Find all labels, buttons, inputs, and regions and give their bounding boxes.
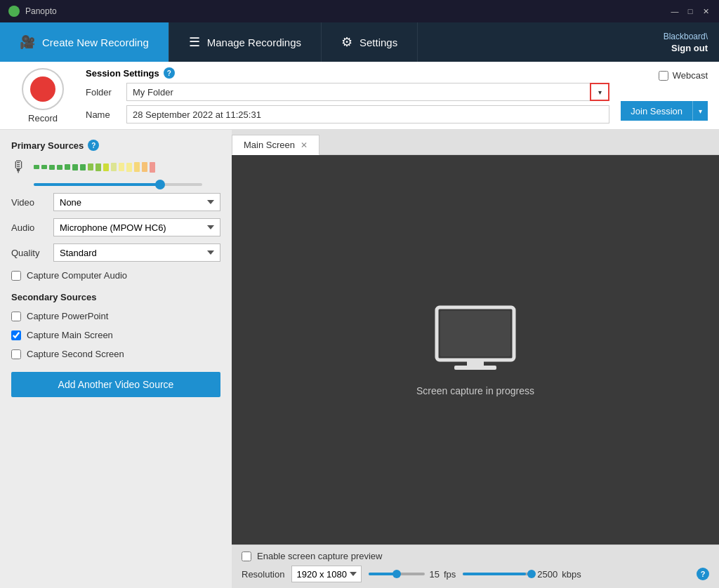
session-bar: Name Record Session Settings ? Folder ▾ … — [0, 62, 719, 130]
app-title: Panopto — [25, 6, 57, 16]
record-text: Record — [28, 113, 58, 123]
kbps-value: 2500 — [537, 569, 558, 580]
minimize-button[interactable]: — — [670, 6, 680, 16]
resolution-help-icon[interactable]: ? — [697, 568, 709, 580]
maximize-button[interactable]: □ — [685, 6, 695, 16]
kbps-slider-fill — [463, 573, 526, 575]
audio-meter — [34, 161, 155, 173]
session-info-icon[interactable]: ? — [164, 67, 175, 79]
folder-label: Folder — [86, 87, 119, 98]
folder-input-wrap: ▾ — [126, 83, 609, 101]
window-controls: — □ ✕ — [670, 6, 711, 16]
preview-footer: Enable screen capture preview Resolution… — [232, 544, 719, 588]
meter-bar-11 — [119, 163, 124, 171]
folder-dropdown-button[interactable]: ▾ — [590, 83, 609, 101]
volume-slider-fill — [34, 183, 160, 186]
sign-out-link[interactable]: Sign out — [671, 43, 708, 53]
resolution-row: Resolution 1920 x 1080 15 fps — [242, 566, 709, 582]
panopto-logo — [8, 6, 20, 17]
main-screen-tab[interactable]: Main Screen ✕ — [232, 135, 319, 155]
join-session-label: Join Session — [621, 101, 693, 121]
record-area: Name Record — [11, 67, 74, 123]
video-select-row: Video None — [11, 193, 220, 211]
resolution-select[interactable]: 1920 x 1080 — [291, 566, 362, 582]
capture-second-screen-label: Capture Second Screen — [27, 349, 124, 359]
nav-create-recording-label: Create New Recording — [42, 36, 149, 48]
fps-slider-thumb[interactable] — [393, 570, 401, 578]
meter-bar-5 — [72, 164, 78, 171]
folder-row: Folder ▾ — [86, 83, 609, 101]
username: Blackboard\ — [664, 32, 708, 41]
join-session-button[interactable]: Join Session ▾ — [621, 101, 708, 121]
meter-bar-8 — [95, 163, 101, 171]
mic-row: 🎙 — [11, 158, 220, 176]
session-fields: Session Settings ? Folder ▾ Name — [86, 67, 609, 123]
capture-second-screen-checkbox[interactable] — [11, 349, 21, 359]
kbps-slider-wrap: 2500 kbps — [463, 569, 581, 580]
quality-label: Quality — [11, 248, 48, 258]
main-screen-tab-close[interactable]: ✕ — [301, 141, 308, 149]
primary-sources-label: Primary Sources — [11, 140, 84, 151]
capture-main-screen-checkbox[interactable] — [11, 330, 21, 340]
record-button[interactable] — [22, 68, 64, 110]
enable-preview-checkbox[interactable] — [242, 552, 251, 561]
webcast-checkbox[interactable] — [659, 71, 668, 81]
screen-capture-text: Screen capture in progress — [416, 385, 534, 396]
primary-sources-info-icon[interactable]: ? — [88, 140, 99, 151]
volume-slider-thumb[interactable] — [155, 180, 165, 189]
meter-bar-2 — [49, 165, 55, 170]
capture-computer-audio-checkbox[interactable] — [11, 271, 21, 281]
folder-input[interactable] — [126, 83, 590, 101]
secondary-sources-title: Secondary Sources — [11, 292, 220, 302]
title-bar: Panopto — □ ✕ — [0, 0, 719, 22]
webcast-label: Webcast — [673, 70, 708, 81]
audio-select-row: Audio Microphone (MPOW HC6) — [11, 218, 220, 236]
add-video-source-button[interactable]: Add Another Video Source — [11, 372, 220, 397]
quality-select-row: Quality Standard — [11, 243, 220, 262]
preview-area: Screen capture in progress — [232, 155, 719, 544]
svg-rect-3 — [454, 366, 496, 370]
meter-bar-6 — [80, 164, 86, 171]
audio-select[interactable]: Microphone (MPOW HC6) — [53, 218, 220, 236]
webcast-row: Webcast — [659, 70, 708, 81]
meter-bar-13 — [134, 162, 140, 172]
meter-bar-7 — [88, 163, 93, 171]
user-info: Blackboard\ Sign out — [664, 22, 719, 62]
kbps-slider-track[interactable] — [463, 573, 533, 575]
nav-bar: 🎥 Create New Recording ☰ Manage Recordin… — [0, 22, 719, 62]
main-content: Name Record Session Settings ? Folder ▾ … — [0, 62, 719, 588]
svg-rect-1 — [440, 311, 510, 356]
kbps-slider-thumb[interactable] — [527, 570, 536, 578]
capture-powerpoint-row: Capture PowerPoint — [11, 311, 220, 321]
resolution-label: Resolution — [242, 569, 284, 580]
fps-slider-track[interactable] — [369, 573, 425, 575]
capture-computer-audio-row: Capture Computer Audio — [11, 270, 220, 281]
capture-powerpoint-checkbox[interactable] — [11, 312, 21, 321]
meter-bar-12 — [126, 163, 132, 172]
microphone-icon: 🎙 — [11, 158, 27, 176]
name-label: Name — [86, 109, 119, 120]
nav-create-recording[interactable]: 🎥 Create New Recording — [0, 22, 169, 62]
nav-manage-recordings[interactable]: ☰ Manage Recordings — [169, 22, 322, 62]
volume-slider-row — [34, 183, 220, 186]
audio-label: Audio — [11, 222, 48, 233]
capture-computer-audio-label: Capture Computer Audio — [27, 270, 127, 281]
create-recording-icon: 🎥 — [20, 34, 35, 50]
join-session-arrow-icon[interactable]: ▾ — [693, 101, 708, 121]
meter-bar-4 — [65, 164, 70, 170]
nav-settings[interactable]: ⚙ Settings — [322, 22, 418, 62]
quality-select[interactable]: Standard — [53, 243, 220, 262]
video-label: Video — [11, 197, 48, 208]
fps-value: 15 — [429, 569, 439, 580]
session-name-input[interactable] — [126, 105, 609, 123]
meter-bar-14 — [142, 162, 147, 172]
close-button[interactable]: ✕ — [701, 6, 711, 16]
session-settings-title: Session Settings ? — [86, 67, 609, 79]
video-select[interactable]: None — [53, 193, 220, 211]
volume-slider-track[interactable] — [34, 183, 202, 186]
main-screen-tab-label: Main Screen — [244, 140, 295, 150]
capture-main-screen-label: Capture Main Screen — [27, 330, 113, 340]
nav-manage-recordings-label: Manage Recordings — [207, 36, 301, 48]
nav-settings-label: Settings — [360, 36, 397, 48]
meter-bar-0 — [34, 165, 39, 169]
